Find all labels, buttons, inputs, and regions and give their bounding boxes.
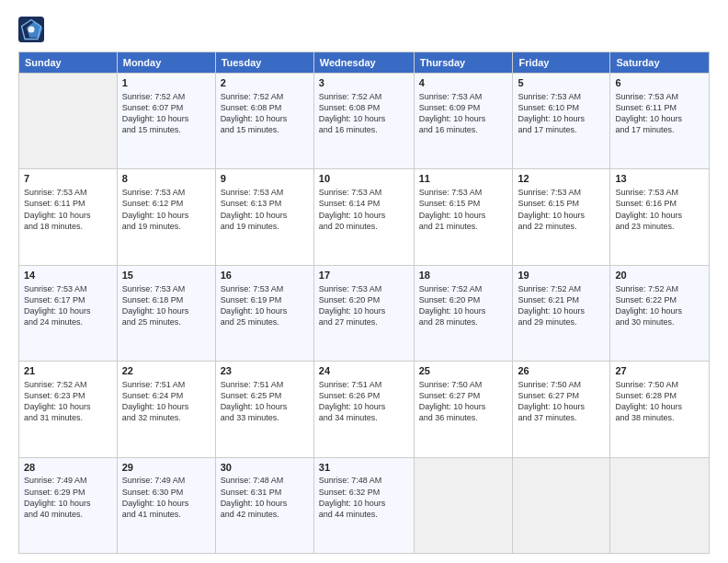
day-info: Sunrise: 7:53 AM Sunset: 6:15 PM Dayligh…: [518, 188, 585, 230]
day-number: 12: [518, 172, 605, 186]
day-number: 29: [122, 461, 210, 475]
calendar-week-1: 7Sunrise: 7:53 AM Sunset: 6:11 PM Daylig…: [19, 169, 710, 265]
day-number: 9: [221, 172, 309, 186]
day-info: Sunrise: 7:53 AM Sunset: 6:17 PM Dayligh…: [24, 284, 91, 327]
day-info: Sunrise: 7:52 AM Sunset: 6:22 PM Dayligh…: [615, 284, 682, 327]
day-number: 2: [221, 76, 309, 90]
logo: [18, 17, 48, 42]
calendar-week-0: 1Sunrise: 7:52 AM Sunset: 6:07 PM Daylig…: [19, 74, 710, 169]
calendar-header-wednesday: Wednesday: [313, 52, 414, 74]
calendar-cell: 4Sunrise: 7:53 AM Sunset: 6:09 PM Daylig…: [414, 74, 513, 169]
calendar-cell: 18Sunrise: 7:52 AM Sunset: 6:20 PM Dayli…: [414, 265, 513, 361]
day-info: Sunrise: 7:48 AM Sunset: 6:31 PM Dayligh…: [221, 476, 288, 518]
calendar-cell: [414, 457, 513, 553]
page: SundayMondayTuesdayWednesdayThursdayFrid…: [0, 0, 728, 563]
day-number: 30: [221, 461, 309, 475]
calendar-cell: 28Sunrise: 7:49 AM Sunset: 6:29 PM Dayli…: [19, 457, 118, 553]
day-info: Sunrise: 7:50 AM Sunset: 6:28 PM Dayligh…: [615, 380, 682, 422]
day-info: Sunrise: 7:48 AM Sunset: 6:32 PM Dayligh…: [319, 476, 386, 518]
day-number: 1: [122, 76, 210, 90]
day-number: 28: [24, 461, 112, 475]
calendar-cell: 24Sunrise: 7:51 AM Sunset: 6:26 PM Dayli…: [313, 362, 414, 457]
calendar-cell: [19, 74, 118, 169]
day-number: 27: [615, 364, 704, 378]
calendar-cell: 12Sunrise: 7:53 AM Sunset: 6:15 PM Dayli…: [513, 169, 610, 265]
day-info: Sunrise: 7:52 AM Sunset: 6:08 PM Dayligh…: [319, 92, 386, 134]
calendar-cell: [513, 457, 610, 553]
day-number: 14: [24, 269, 112, 282]
calendar-cell: 27Sunrise: 7:50 AM Sunset: 6:28 PM Dayli…: [610, 362, 710, 457]
calendar-week-3: 21Sunrise: 7:52 AM Sunset: 6:23 PM Dayli…: [19, 362, 710, 457]
calendar-cell: 15Sunrise: 7:53 AM Sunset: 6:18 PM Dayli…: [117, 265, 215, 361]
calendar-cell: 23Sunrise: 7:51 AM Sunset: 6:25 PM Dayli…: [215, 362, 313, 457]
calendar-cell: 14Sunrise: 7:53 AM Sunset: 6:17 PM Dayli…: [19, 265, 118, 361]
calendar-cell: 19Sunrise: 7:52 AM Sunset: 6:21 PM Dayli…: [513, 265, 610, 361]
calendar-cell: 30Sunrise: 7:48 AM Sunset: 6:31 PM Dayli…: [215, 457, 313, 553]
calendar-header-thursday: Thursday: [414, 52, 513, 74]
day-number: 25: [419, 364, 508, 378]
calendar-cell: 11Sunrise: 7:53 AM Sunset: 6:15 PM Dayli…: [414, 169, 513, 265]
calendar-cell: 20Sunrise: 7:52 AM Sunset: 6:22 PM Dayli…: [610, 265, 710, 361]
day-number: 24: [319, 364, 409, 378]
day-info: Sunrise: 7:52 AM Sunset: 6:23 PM Dayligh…: [24, 380, 91, 422]
calendar-cell: 5Sunrise: 7:53 AM Sunset: 6:10 PM Daylig…: [513, 74, 610, 169]
calendar-cell: 10Sunrise: 7:53 AM Sunset: 6:14 PM Dayli…: [313, 169, 414, 265]
calendar-cell: 9Sunrise: 7:53 AM Sunset: 6:13 PM Daylig…: [215, 169, 313, 265]
day-number: 20: [615, 269, 704, 282]
day-info: Sunrise: 7:49 AM Sunset: 6:30 PM Dayligh…: [122, 476, 189, 518]
day-number: 15: [122, 269, 210, 282]
day-number: 17: [319, 269, 409, 282]
logo-icon: [18, 17, 44, 42]
calendar-cell: 31Sunrise: 7:48 AM Sunset: 6:32 PM Dayli…: [313, 457, 414, 553]
calendar-cell: 17Sunrise: 7:53 AM Sunset: 6:20 PM Dayli…: [313, 265, 414, 361]
calendar-cell: 3Sunrise: 7:52 AM Sunset: 6:08 PM Daylig…: [313, 74, 414, 169]
calendar-cell: [610, 457, 710, 553]
day-number: 22: [122, 364, 210, 378]
day-info: Sunrise: 7:53 AM Sunset: 6:11 PM Dayligh…: [615, 92, 682, 134]
day-number: 8: [122, 172, 210, 186]
day-info: Sunrise: 7:51 AM Sunset: 6:26 PM Dayligh…: [319, 380, 386, 422]
day-number: 4: [419, 76, 508, 90]
day-number: 18: [419, 269, 508, 282]
calendar-table: SundayMondayTuesdayWednesdayThursdayFrid…: [18, 52, 710, 554]
calendar-cell: 13Sunrise: 7:53 AM Sunset: 6:16 PM Dayli…: [610, 169, 710, 265]
day-info: Sunrise: 7:50 AM Sunset: 6:27 PM Dayligh…: [419, 380, 486, 422]
day-info: Sunrise: 7:52 AM Sunset: 6:08 PM Dayligh…: [221, 92, 288, 134]
day-info: Sunrise: 7:52 AM Sunset: 6:21 PM Dayligh…: [518, 284, 585, 327]
calendar-cell: 25Sunrise: 7:50 AM Sunset: 6:27 PM Dayli…: [414, 362, 513, 457]
day-info: Sunrise: 7:53 AM Sunset: 6:12 PM Dayligh…: [122, 188, 189, 230]
day-number: 11: [419, 172, 508, 186]
day-number: 21: [24, 364, 112, 378]
day-info: Sunrise: 7:53 AM Sunset: 6:11 PM Dayligh…: [24, 188, 91, 230]
day-info: Sunrise: 7:53 AM Sunset: 6:15 PM Dayligh…: [419, 188, 486, 230]
day-info: Sunrise: 7:53 AM Sunset: 6:18 PM Dayligh…: [122, 284, 189, 327]
calendar-cell: 8Sunrise: 7:53 AM Sunset: 6:12 PM Daylig…: [117, 169, 215, 265]
day-number: 31: [319, 461, 409, 475]
calendar-cell: 21Sunrise: 7:52 AM Sunset: 6:23 PM Dayli…: [19, 362, 118, 457]
day-number: 13: [615, 172, 704, 186]
day-info: Sunrise: 7:53 AM Sunset: 6:16 PM Dayligh…: [615, 188, 682, 230]
day-info: Sunrise: 7:53 AM Sunset: 6:14 PM Dayligh…: [319, 188, 386, 230]
day-info: Sunrise: 7:53 AM Sunset: 6:09 PM Dayligh…: [419, 92, 486, 134]
calendar-cell: 7Sunrise: 7:53 AM Sunset: 6:11 PM Daylig…: [19, 169, 118, 265]
day-number: 7: [24, 172, 112, 186]
day-info: Sunrise: 7:51 AM Sunset: 6:25 PM Dayligh…: [221, 380, 288, 422]
calendar-header-friday: Friday: [513, 52, 610, 74]
calendar-cell: 16Sunrise: 7:53 AM Sunset: 6:19 PM Dayli…: [215, 265, 313, 361]
day-info: Sunrise: 7:53 AM Sunset: 6:10 PM Dayligh…: [518, 92, 585, 134]
calendar-header-sunday: Sunday: [19, 52, 118, 74]
day-number: 19: [518, 269, 605, 282]
day-number: 23: [221, 364, 309, 378]
calendar-cell: 29Sunrise: 7:49 AM Sunset: 6:30 PM Dayli…: [117, 457, 215, 553]
calendar-header-tuesday: Tuesday: [215, 52, 313, 74]
calendar-header-row: SundayMondayTuesdayWednesdayThursdayFrid…: [19, 52, 710, 74]
calendar-header-monday: Monday: [117, 52, 215, 74]
calendar-cell: 22Sunrise: 7:51 AM Sunset: 6:24 PM Dayli…: [117, 362, 215, 457]
calendar-week-4: 28Sunrise: 7:49 AM Sunset: 6:29 PM Dayli…: [19, 457, 710, 553]
calendar-cell: 1Sunrise: 7:52 AM Sunset: 6:07 PM Daylig…: [117, 74, 215, 169]
day-info: Sunrise: 7:53 AM Sunset: 6:19 PM Dayligh…: [221, 284, 288, 327]
day-info: Sunrise: 7:51 AM Sunset: 6:24 PM Dayligh…: [122, 380, 189, 422]
day-number: 3: [319, 76, 409, 90]
calendar-cell: 6Sunrise: 7:53 AM Sunset: 6:11 PM Daylig…: [610, 74, 710, 169]
day-number: 10: [319, 172, 409, 186]
